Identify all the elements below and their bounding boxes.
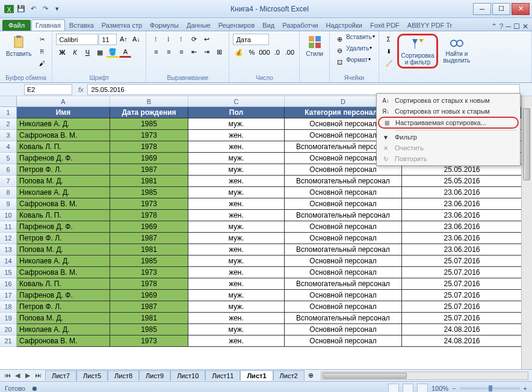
help-icon[interactable]: ? [500, 22, 504, 31]
cell[interactable]: 23.06.2016 [402, 198, 522, 210]
decrease-decimal-icon[interactable]: .00 [283, 47, 295, 58]
font-size-select[interactable] [99, 34, 117, 45]
cell[interactable]: Сафронова В. М. [17, 130, 110, 141]
fill-color-icon[interactable]: 🪣 [107, 47, 119, 58]
ribbon-minimize-icon[interactable]: ⌃ [491, 22, 497, 31]
row-header[interactable]: 11 [0, 221, 17, 233]
cell[interactable]: муж. [188, 256, 285, 267]
cell[interactable]: Николаев А. Д. [17, 118, 110, 130]
vertical-scrollbar[interactable] [521, 96, 532, 369]
zoom-level[interactable]: 100% [431, 385, 448, 392]
row-header[interactable]: 5 [0, 153, 17, 164]
cell[interactable]: Вспомогательный персонал [285, 176, 402, 187]
sheet-prev-icon[interactable]: ◀ [13, 372, 22, 379]
cell[interactable]: муж. [188, 118, 285, 130]
cell[interactable]: 1987 [110, 301, 188, 313]
cell[interactable]: жен. [188, 244, 285, 256]
view-normal-icon[interactable] [388, 384, 399, 393]
minimize-button[interactable]: ─ [473, 3, 491, 15]
cell[interactable]: Николаев А. Д. [17, 187, 110, 198]
cell[interactable]: жен. [188, 313, 285, 324]
sheet-tab[interactable]: Лист8 [108, 370, 139, 381]
cell[interactable]: 1973 [110, 130, 188, 141]
menu-sort-new-to-old[interactable]: Я↓Сортировка от новых к старым [378, 106, 519, 117]
zoom-out-icon[interactable]: − [452, 385, 456, 392]
align-center-icon[interactable]: ≡ [162, 46, 175, 57]
cell[interactable]: 25.07.2016 [402, 313, 522, 324]
cell[interactable]: Николаев А. Д. [17, 256, 110, 267]
row-header[interactable]: 16 [0, 278, 17, 290]
hscroll-thumb[interactable] [323, 373, 407, 379]
col-header-B[interactable]: B [110, 96, 188, 106]
row-header[interactable]: 12 [0, 233, 17, 244]
increase-indent-icon[interactable]: ⇥ [200, 46, 212, 57]
cell[interactable]: жен. [188, 176, 285, 187]
cell[interactable]: муж. [188, 324, 285, 335]
menu-filter[interactable]: ▼Фильтр [378, 132, 519, 142]
sheet-tab[interactable]: Лист5 [76, 370, 108, 381]
row-header[interactable]: 13 [0, 244, 17, 256]
sheet-next-icon[interactable]: ▶ [23, 372, 32, 379]
orientation-icon[interactable]: ⟳ [188, 34, 200, 44]
align-right-icon[interactable]: ≡ [175, 46, 187, 57]
comma-icon[interactable]: 000 [258, 47, 270, 58]
cell[interactable]: 1985 [110, 324, 188, 335]
font-color-icon[interactable]: A [119, 47, 131, 58]
cell[interactable]: 23.06.2016 [402, 210, 522, 221]
cell[interactable]: Николаев А. Д. [17, 324, 110, 335]
underline-button[interactable]: Ч [81, 47, 93, 58]
cell[interactable]: Сафронова В. М. [17, 198, 110, 210]
insert-cells-button[interactable]: Вставить [346, 34, 371, 44]
cell[interactable]: жен. [188, 210, 285, 221]
font-name-select[interactable] [56, 34, 98, 45]
decrease-font-icon[interactable]: A↓ [130, 34, 142, 44]
sheet-tab[interactable]: Лист9 [139, 370, 170, 381]
cell[interactable]: Парфенов Д. Ф. [17, 290, 110, 301]
cell[interactable]: Парфенов Д. Ф. [17, 221, 110, 233]
cell[interactable]: жен. [188, 335, 285, 347]
row-header[interactable]: 19 [0, 313, 17, 324]
vscroll-thumb[interactable] [523, 108, 530, 180]
cell[interactable]: 1981 [110, 313, 188, 324]
row-header[interactable]: 21 [0, 335, 17, 347]
save-icon[interactable]: 💾 [16, 4, 26, 14]
tab-formulas[interactable]: Формулы [146, 20, 182, 31]
maximize-button[interactable]: ☐ [492, 3, 510, 15]
percent-icon[interactable]: % [246, 47, 258, 58]
cell[interactable]: 1985 [110, 118, 188, 130]
cell[interactable]: 1969 [110, 221, 188, 233]
cell[interactable]: Вспомогательный персонал [285, 210, 402, 221]
cell[interactable]: муж. [188, 233, 285, 244]
sheet-tab[interactable]: Лист10 [170, 370, 205, 381]
cell[interactable]: Основной персонал [285, 256, 402, 267]
clear-icon[interactable]: 🧹 [383, 58, 395, 69]
cell[interactable]: 1981 [110, 244, 188, 256]
bold-button[interactable]: Ж [56, 47, 68, 58]
macro-record-icon[interactable]: ⏺ [31, 385, 38, 392]
cell[interactable]: жен. [188, 198, 285, 210]
row-header[interactable]: 1 [0, 107, 17, 118]
doc-minimize-icon[interactable]: ─ [506, 22, 511, 31]
view-page-break-icon[interactable] [417, 384, 428, 393]
cell[interactable]: 1973 [110, 198, 188, 210]
cell[interactable]: 1969 [110, 153, 188, 164]
copy-icon[interactable]: ⎘ [36, 46, 48, 57]
fx-icon[interactable]: fx [75, 86, 87, 93]
cell[interactable]: муж. [188, 153, 285, 164]
tab-data[interactable]: Данные [183, 20, 214, 31]
cell[interactable]: 1981 [110, 176, 188, 187]
align-top-icon[interactable]: ⁝ [150, 34, 162, 44]
cell[interactable]: 1978 [110, 141, 188, 153]
cell[interactable]: Вспомогательный персонал [285, 313, 402, 324]
cell[interactable]: 24.08.2016 [402, 335, 522, 347]
cell[interactable]: Основной персонал [285, 301, 402, 313]
sheet-tab[interactable]: Лист7 [45, 370, 76, 381]
cell[interactable]: Основной персонал [285, 335, 402, 347]
cell[interactable]: Попова М. Д. [17, 313, 110, 324]
increase-decimal-icon[interactable]: .0 [271, 47, 283, 58]
paste-button[interactable]: Вставить [4, 34, 34, 58]
cell[interactable]: Петров Ф. Л. [17, 233, 110, 244]
italic-button[interactable]: К [69, 47, 81, 58]
find-select-button[interactable]: Найти и выделить [441, 34, 472, 65]
fill-icon[interactable]: ⬇ [383, 46, 395, 57]
